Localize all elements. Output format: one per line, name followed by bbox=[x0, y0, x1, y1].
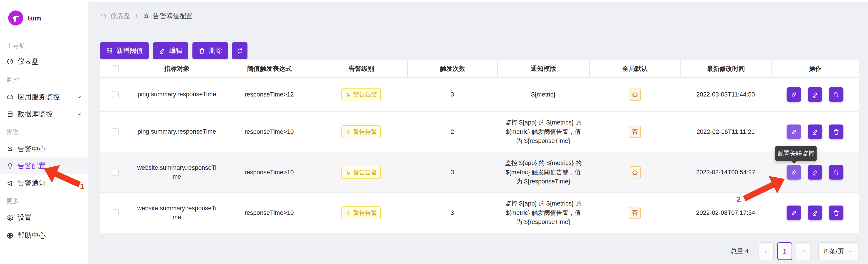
alert-threshold-config-page: tom 主导航仪表盘监控应用服务监控数据库监控告警告警中心告警配置告警通知更多设… bbox=[0, 0, 868, 264]
template-cell: ${metric} bbox=[531, 90, 555, 99]
sidebar-item-settings[interactable]: 设置 bbox=[0, 209, 88, 226]
annotation-number-1: 1 bbox=[80, 182, 84, 191]
edit-row-button[interactable] bbox=[808, 124, 822, 139]
link-icon bbox=[790, 128, 798, 136]
edit-label: 编辑 bbox=[169, 46, 182, 55]
sidebar-item-help-center[interactable]: 帮助中心 bbox=[0, 227, 88, 244]
cloud-icon bbox=[6, 93, 14, 101]
delete-row-button[interactable] bbox=[829, 124, 843, 139]
siren-icon bbox=[6, 145, 14, 153]
col-header-metric: 指标对象 bbox=[130, 61, 224, 77]
col-header-template: 通知模版 bbox=[497, 61, 589, 77]
col-header-global-default: 全局默认 bbox=[589, 61, 680, 77]
trigger-count-cell: 2 bbox=[407, 128, 497, 136]
trigger-count-cell: 3 bbox=[407, 209, 497, 216]
metric-cell: website.summary.responseTime bbox=[137, 204, 217, 222]
sidebar-section-label: 告警 bbox=[6, 128, 19, 136]
pencil-icon bbox=[812, 91, 819, 98]
expression-cell: responseTime>12 bbox=[224, 91, 315, 98]
expression-cell: responseTime>10 bbox=[224, 128, 315, 136]
megaphone-icon bbox=[6, 180, 14, 187]
top-strip bbox=[89, 0, 868, 2]
chevron-down-icon[interactable] bbox=[76, 111, 82, 117]
alert-level-badge: 警告告警 bbox=[341, 166, 381, 179]
sidebar-item-alert-center[interactable]: 告警中心 bbox=[0, 141, 88, 157]
col-header-level: 告警级别 bbox=[315, 61, 407, 77]
select-all-checkbox[interactable] bbox=[112, 65, 119, 72]
logo-row[interactable]: tom bbox=[8, 10, 41, 26]
trash-icon bbox=[833, 128, 840, 136]
siren-icon bbox=[143, 12, 150, 20]
table-row: ping.summary.responseTime responseTime>1… bbox=[100, 78, 859, 112]
trigger-count-cell: 3 bbox=[407, 91, 497, 98]
sidebar-item-dashboard[interactable]: 仪表盘 bbox=[0, 53, 88, 70]
sidebar-item-label: 告警配置 bbox=[18, 161, 46, 171]
gauge-icon bbox=[6, 58, 14, 65]
edit-row-button[interactable] bbox=[808, 206, 822, 220]
next-page-button[interactable] bbox=[796, 242, 811, 260]
add-threshold-button[interactable]: 新增阈值 bbox=[100, 42, 149, 59]
app-logo bbox=[8, 10, 23, 26]
expression-cell: responseTime>10 bbox=[224, 209, 315, 216]
toolbar: 新增阈值 编辑 删除 bbox=[100, 42, 859, 59]
link-icon bbox=[790, 91, 798, 98]
trash-icon bbox=[833, 169, 840, 176]
modified-time-cell: 2022-02-16T11:11:21 bbox=[680, 128, 771, 136]
refresh-icon bbox=[236, 47, 243, 54]
alert-level-label: 警告告警 bbox=[353, 91, 377, 98]
global-default-badge: 否 bbox=[629, 207, 641, 219]
delete-row-button[interactable] bbox=[829, 206, 843, 220]
user-name: tom bbox=[28, 14, 41, 22]
sidebar-item-app-service-monitoring[interactable]: 应用服务监控 bbox=[0, 89, 88, 106]
database-icon bbox=[6, 110, 14, 118]
row-actions bbox=[786, 124, 843, 139]
metric-cell: website.summary.responseTime bbox=[137, 164, 217, 181]
delete-row-button[interactable] bbox=[829, 87, 843, 102]
delete-button[interactable]: 删除 bbox=[192, 42, 228, 59]
pencil-icon bbox=[159, 47, 166, 54]
delete-row-button[interactable] bbox=[829, 165, 843, 180]
sidebar-item-database-monitoring[interactable]: 数据库监控 bbox=[0, 106, 88, 122]
pagination: 总量 4 1 8 条/页 bbox=[100, 242, 859, 260]
sidebar-item-label: 告警中心 bbox=[18, 144, 46, 154]
sidebar-item-label: 应用服务监控 bbox=[18, 92, 60, 102]
link-monitor-button[interactable] bbox=[786, 87, 801, 102]
edit-row-button[interactable] bbox=[808, 87, 822, 102]
sidebar-item-label: 仪表盘 bbox=[18, 57, 39, 66]
alert-level-label: 警告告警 bbox=[353, 209, 377, 217]
trigger-count-cell: 3 bbox=[407, 169, 497, 176]
refresh-button[interactable] bbox=[232, 42, 247, 59]
table-row: website.summary.responseTime responseTim… bbox=[100, 152, 859, 193]
global-default-badge: 否 bbox=[629, 166, 641, 178]
row-actions bbox=[786, 206, 843, 220]
page-size-value: 8 条/页 bbox=[824, 247, 844, 256]
breadcrumb-label: 告警阈值配置 bbox=[153, 11, 193, 21]
breadcrumb-separator: / bbox=[135, 12, 137, 20]
link-monitor-button[interactable] bbox=[786, 206, 801, 220]
page-size-select[interactable]: 8 条/页 bbox=[818, 242, 859, 260]
col-header-trigger-count: 触发次数 bbox=[407, 61, 497, 77]
link-monitor-button[interactable] bbox=[786, 124, 801, 139]
gear-icon bbox=[6, 214, 14, 222]
threshold-table: 指标对象 阈值触发表达式 告警级别 触发次数 通知模版 全局默认 最新修改时间 … bbox=[100, 60, 859, 233]
chevron-down-icon[interactable] bbox=[76, 94, 82, 100]
row-checkbox[interactable] bbox=[112, 169, 119, 176]
metric-cell: ping.summary.responseTime bbox=[137, 90, 216, 99]
sidebar-section-label: 主导航 bbox=[6, 42, 26, 50]
edit-button[interactable]: 编辑 bbox=[153, 42, 188, 59]
row-checkbox[interactable] bbox=[112, 209, 119, 216]
page-number-button[interactable]: 1 bbox=[777, 242, 792, 260]
link-monitor-button[interactable] bbox=[786, 165, 801, 180]
global-default-badge: 否 bbox=[629, 126, 641, 138]
breadcrumb-dashboard[interactable]: 仪表盘 bbox=[100, 11, 130, 21]
sidebar-section-label: 更多 bbox=[6, 197, 19, 205]
edit-row-button[interactable] bbox=[808, 165, 822, 180]
row-checkbox[interactable] bbox=[112, 128, 119, 136]
bell-icon bbox=[345, 210, 351, 216]
alert-level-label: 警告告警 bbox=[353, 169, 377, 176]
bell-icon bbox=[345, 129, 351, 135]
prev-page-button[interactable] bbox=[758, 242, 774, 260]
row-checkbox[interactable] bbox=[112, 91, 119, 98]
template-cell: 监控 ${app} 的 ${metrics} 的 ${metric} 触发阈值告… bbox=[503, 199, 584, 227]
home-icon bbox=[100, 12, 107, 20]
